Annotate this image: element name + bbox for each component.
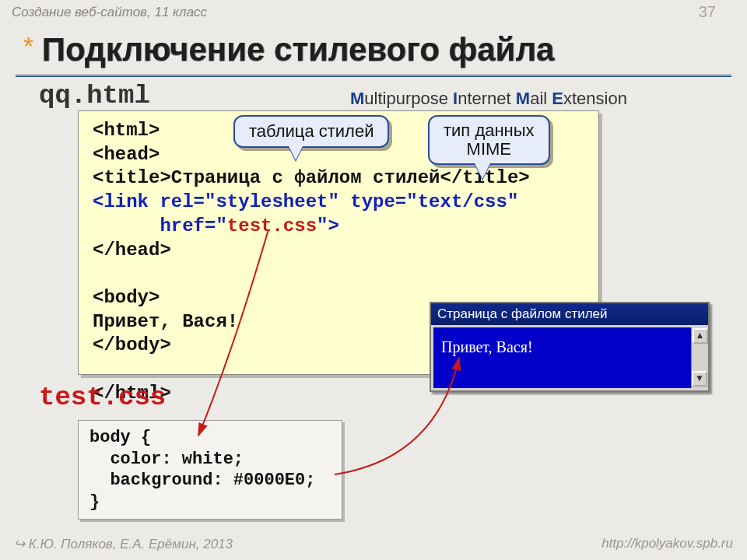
mime-acronym: Multipurpose Internet Mail Extension — [350, 89, 627, 109]
browser-text: Привет, Вася! — [441, 338, 533, 355]
footer-authors: ↪ К.Ю. Поляков, Е.А. Ерёмин, 2013 — [14, 536, 233, 552]
asterisk-icon: * — [23, 31, 33, 61]
mime-t1: ultipurpose — [364, 89, 453, 108]
footer-arrow-icon: ↪ — [14, 537, 29, 551]
code-line: </body> — [93, 334, 171, 355]
scroll-up-icon[interactable]: ▲ — [693, 328, 708, 344]
callout-tail — [475, 163, 490, 179]
code-line: <body> — [93, 287, 160, 308]
mime-t4: xtension — [563, 89, 627, 108]
code-line: <html> — [93, 120, 160, 141]
course-header: Создание веб-сайтов, 11 класс — [12, 5, 735, 20]
code-line: <head> — [93, 144, 160, 165]
page-number: 37 — [699, 3, 716, 21]
callout-mime: тип данных MIME — [428, 115, 550, 165]
callout-stylesheet: таблица стилей — [233, 115, 389, 148]
callout-tail — [288, 145, 303, 160]
browser-titlebar: Страница с файлом стилей — [431, 303, 708, 325]
css-code-block: body { color: white; background: #0000E0… — [78, 420, 342, 520]
scroll-down-icon[interactable]: ▼ — [692, 371, 707, 387]
code-line: background: #0000E0; — [89, 471, 315, 490]
browser-preview: Страница с файлом стилей Привет, Вася! ▲… — [430, 302, 710, 392]
footer-url: http://kpolyakov.spb.ru — [601, 536, 733, 552]
footer-authors-text: К.Ю. Поляков, Е.А. Ерёмин, 2013 — [29, 537, 233, 551]
mime-t2: nternet — [458, 89, 516, 108]
code-line: color: white; — [89, 450, 244, 469]
mime-e: E — [552, 89, 563, 108]
code-line: "> — [317, 215, 339, 236]
code-text: Страница с файлом стилей — [171, 167, 440, 188]
footer: ↪ К.Ю. Поляков, Е.А. Ерёмин, 2013 http:/… — [14, 536, 733, 552]
code-line: href=" — [93, 215, 227, 236]
scrollbar[interactable]: ▲ ▼ — [691, 327, 708, 388]
browser-body: Привет, Вася! ▲ ▼ — [433, 327, 706, 388]
code-line: } — [89, 492, 100, 512]
mime-t3: ail — [530, 89, 552, 108]
css-filename: test.css — [39, 383, 166, 412]
title-underline — [16, 75, 731, 77]
code-line: <title> — [93, 167, 171, 188]
html-filename: qq.html — [39, 81, 150, 110]
mime-m2: M — [516, 89, 530, 108]
code-line: </head> — [93, 240, 171, 261]
mime-m: M — [350, 89, 364, 108]
code-line: <link rel="stylesheet" type="text/css" — [93, 191, 518, 212]
code-line: Привет, Вася! — [93, 311, 238, 332]
slide-title: Подключение стилевого файла — [42, 31, 555, 68]
code-line: body { — [89, 428, 151, 447]
code-href: test.css — [227, 215, 317, 236]
slide-title-row: * Подключение стилевого файла — [23, 31, 724, 68]
